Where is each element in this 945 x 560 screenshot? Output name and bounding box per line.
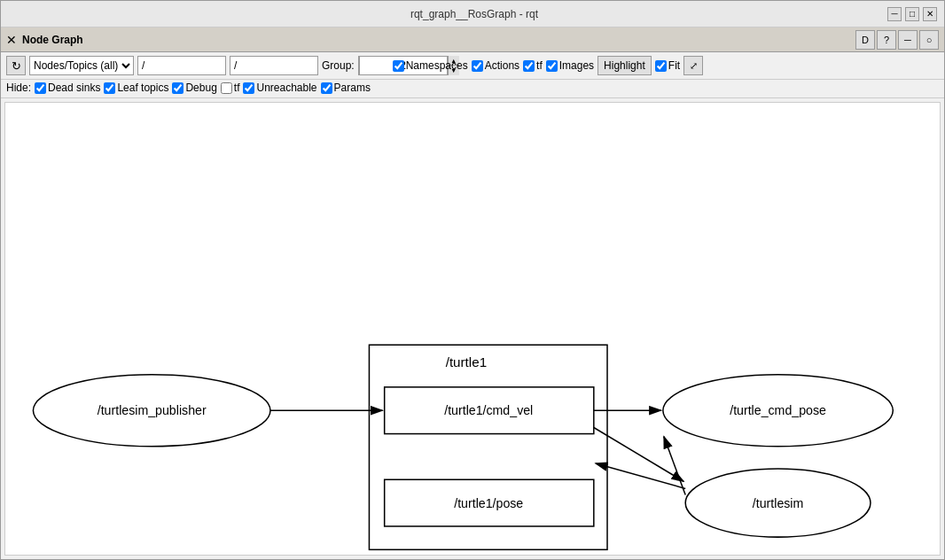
debug-checkbox[interactable] [172, 82, 184, 94]
actions-checkbox-label[interactable]: Actions [472, 59, 519, 72]
tf-checkbox[interactable] [523, 60, 535, 72]
window-controls: ─ □ ✕ [887, 7, 937, 21]
window-title: rqt_graph__RosGraph - rqt [61, 8, 887, 20]
maximize-button[interactable]: □ [905, 7, 919, 21]
dash-icon[interactable]: ─ [898, 30, 918, 50]
title-bar: rqt_graph__RosGraph - rqt ─ □ ✕ [1, 1, 944, 27]
tf-checkbox-label[interactable]: tf [523, 59, 543, 72]
namespaces-checkbox[interactable] [393, 60, 404, 72]
unreachable-checkbox[interactable] [243, 82, 254, 94]
nodes-topics-dropdown[interactable]: Nodes only Topics only Nodes/Topics (all… [29, 56, 134, 75]
minimize-button[interactable]: ─ [887, 7, 902, 21]
tf2-label[interactable]: tf [221, 82, 240, 94]
group-label: Group: [322, 59, 355, 72]
close-button[interactable]: ✕ [923, 7, 937, 21]
cmd-vel-label: /turtle1/cmd_vel [444, 403, 533, 417]
pose-label: /turtle1/pose [454, 496, 523, 510]
tf2-checkbox[interactable] [221, 82, 232, 94]
images-checkbox[interactable] [546, 60, 558, 72]
panel-header: ✕ Node Graph D ? ─ ○ [1, 27, 944, 52]
circle-icon[interactable]: ○ [919, 30, 939, 50]
debug-label[interactable]: Debug [172, 82, 216, 94]
highlight-button[interactable]: Highlight [597, 56, 652, 75]
turtlesim-label: /turtlesim [753, 496, 803, 510]
arrow-turtlesim-to-pose [596, 463, 685, 488]
leaf-topics-checkbox[interactable] [104, 82, 115, 94]
turtlesim-publisher-label: /turtlesim_publisher [98, 403, 207, 417]
params-label[interactable]: Params [321, 82, 371, 94]
hide-label: Hide: [6, 82, 31, 94]
toolbar2: Hide: Dead sinks Leaf topics Debug tf Un… [1, 80, 944, 98]
unreachable-label[interactable]: Unreachable [243, 82, 316, 94]
panel-title: Node Graph [22, 34, 83, 46]
turtle-cmd-pose-label: /turtle_cmd_pose [730, 403, 826, 417]
refresh-button[interactable]: ↻ [6, 56, 26, 75]
filter1-input[interactable] [137, 56, 226, 75]
params-checkbox[interactable] [321, 82, 332, 94]
fit-checkbox-label[interactable]: Fit [655, 59, 680, 72]
actions-checkbox[interactable] [472, 60, 483, 72]
filter2-input[interactable] [230, 56, 318, 75]
panel-icon-buttons: D ? ─ ○ [855, 30, 939, 50]
dead-sinks-label[interactable]: Dead sinks [35, 82, 100, 94]
help-icon[interactable]: ? [877, 30, 896, 50]
turtle1-group-label: /turtle1 [446, 354, 487, 369]
graph-svg: /turtle1 /turtle1/cmd_vel /turtle1/pose … [5, 103, 940, 555]
group-spinbox: ▲ ▼ [358, 56, 389, 75]
graph-area[interactable]: /turtle1 /turtle1/cmd_vel /turtle1/pose … [4, 102, 941, 556]
panel-collapse-icon[interactable]: ✕ [6, 33, 17, 47]
info-icon-D[interactable]: D [855, 30, 875, 50]
images-checkbox-label[interactable]: Images [546, 59, 594, 72]
leaf-topics-label[interactable]: Leaf topics [104, 82, 168, 94]
fit-checkbox[interactable] [655, 60, 667, 72]
main-window: rqt_graph__RosGraph - rqt ─ □ ✕ ✕ Node G… [0, 0, 945, 560]
dead-sinks-checkbox[interactable] [35, 82, 46, 94]
toolbar1: ↻ Nodes only Topics only Nodes/Topics (a… [1, 52, 944, 80]
expand-button[interactable]: ⤢ [683, 56, 703, 75]
namespaces-checkbox-label[interactable]: Namespaces [393, 59, 468, 72]
